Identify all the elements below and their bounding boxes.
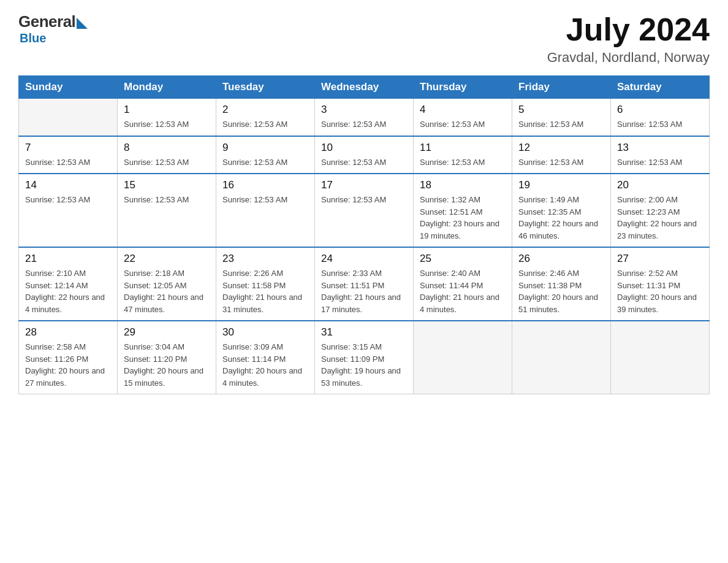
calendar-day-cell: 29Sunrise: 3:04 AMSunset: 11:20 PMDaylig… xyxy=(118,321,216,394)
day-number: 5 xyxy=(518,104,604,116)
day-number: 21 xyxy=(25,253,111,265)
calendar-day-cell: 21Sunrise: 2:10 AMSunset: 12:14 AMDaylig… xyxy=(19,247,118,321)
day-number: 13 xyxy=(617,142,703,154)
page-header: General Blue July 2024 Gravdal, Nordland… xyxy=(18,12,710,66)
day-info: Sunrise: 12:53 AM xyxy=(518,118,604,131)
location-subtitle: Gravdal, Nordland, Norway xyxy=(547,50,710,66)
header-sunday: Sunday xyxy=(19,76,118,99)
calendar-day-cell: 17Sunrise: 12:53 AM xyxy=(315,174,414,247)
calendar-day-cell: 7Sunrise: 12:53 AM xyxy=(19,136,118,174)
calendar-day-cell: 23Sunrise: 2:26 AMSunset: 11:58 PMDaylig… xyxy=(216,247,315,321)
day-info: Sunrise: 12:53 AM xyxy=(420,156,506,169)
day-info: Sunrise: 12:53 AM xyxy=(124,118,210,131)
calendar-day-cell xyxy=(19,99,118,136)
day-number: 31 xyxy=(321,326,407,339)
day-number: 25 xyxy=(420,253,506,265)
header-saturday: Saturday xyxy=(611,76,710,99)
day-info: Sunrise: 2:10 AMSunset: 12:14 AMDaylight… xyxy=(25,267,111,315)
day-number: 22 xyxy=(124,253,210,265)
day-info: Sunrise: 12:53 AM xyxy=(124,194,210,206)
day-info: Sunrise: 12:53 AM xyxy=(518,156,604,169)
calendar-day-cell xyxy=(414,321,512,394)
day-info: Sunrise: 3:04 AMSunset: 11:20 PMDaylight… xyxy=(124,341,210,389)
calendar-day-cell: 18Sunrise: 1:32 AMSunset: 12:51 AMDaylig… xyxy=(414,174,512,247)
day-number: 30 xyxy=(222,326,308,339)
header-monday: Monday xyxy=(118,76,216,99)
calendar-day-cell: 12Sunrise: 12:53 AM xyxy=(512,136,611,174)
day-number: 18 xyxy=(420,179,506,191)
calendar-week-row: 28Sunrise: 2:58 AMSunset: 11:26 PMDaylig… xyxy=(19,321,710,394)
calendar-day-cell: 15Sunrise: 12:53 AM xyxy=(118,174,216,247)
day-number: 19 xyxy=(518,179,604,191)
day-number: 17 xyxy=(321,179,407,191)
calendar-day-cell: 6Sunrise: 12:53 AM xyxy=(611,99,710,136)
day-info: Sunrise: 12:53 AM xyxy=(321,118,407,131)
logo: General Blue xyxy=(18,12,88,45)
day-info: Sunrise: 12:53 AM xyxy=(420,118,506,131)
header-thursday: Thursday xyxy=(414,76,512,99)
day-number: 15 xyxy=(124,179,210,191)
day-number: 11 xyxy=(420,142,506,154)
calendar-week-row: 21Sunrise: 2:10 AMSunset: 12:14 AMDaylig… xyxy=(19,247,710,321)
day-info: Sunrise: 2:46 AMSunset: 11:38 PMDaylight… xyxy=(518,267,604,315)
day-info: Sunrise: 3:09 AMSunset: 11:14 PMDaylight… xyxy=(222,341,308,389)
calendar-day-cell: 19Sunrise: 1:49 AMSunset: 12:35 AMDaylig… xyxy=(512,174,611,247)
title-block: July 2024 Gravdal, Nordland, Norway xyxy=(547,12,710,66)
day-info: Sunrise: 2:58 AMSunset: 11:26 PMDaylight… xyxy=(25,341,111,389)
calendar-day-cell: 3Sunrise: 12:53 AM xyxy=(315,99,414,136)
calendar-week-row: 7Sunrise: 12:53 AM8Sunrise: 12:53 AM9Sun… xyxy=(19,136,710,174)
day-number: 10 xyxy=(321,142,407,154)
day-number: 24 xyxy=(321,253,407,265)
day-info: Sunrise: 12:53 AM xyxy=(25,156,111,169)
day-info: Sunrise: 12:53 AM xyxy=(222,156,308,169)
day-info: Sunrise: 2:26 AMSunset: 11:58 PMDaylight… xyxy=(222,267,308,315)
day-info: Sunrise: 2:52 AMSunset: 11:31 PMDaylight… xyxy=(617,267,703,315)
logo-blue-text: Blue xyxy=(20,31,46,45)
day-info: Sunrise: 12:53 AM xyxy=(25,194,111,206)
calendar-day-cell: 30Sunrise: 3:09 AMSunset: 11:14 PMDaylig… xyxy=(216,321,315,394)
day-info: Sunrise: 3:15 AMSunset: 11:09 PMDaylight… xyxy=(321,341,407,389)
calendar-day-cell: 13Sunrise: 12:53 AM xyxy=(611,136,710,174)
day-info: Sunrise: 12:53 AM xyxy=(617,156,703,169)
logo-triangle-icon xyxy=(77,18,88,29)
calendar-day-cell: 24Sunrise: 2:33 AMSunset: 11:51 PMDaylig… xyxy=(315,247,414,321)
calendar-day-cell: 25Sunrise: 2:40 AMSunset: 11:44 PMDaylig… xyxy=(414,247,512,321)
header-tuesday: Tuesday xyxy=(216,76,315,99)
calendar-day-cell: 4Sunrise: 12:53 AM xyxy=(414,99,512,136)
calendar-day-cell: 2Sunrise: 12:53 AM xyxy=(216,99,315,136)
day-info: Sunrise: 2:18 AMSunset: 12:05 AMDaylight… xyxy=(124,267,210,315)
calendar-day-cell: 16Sunrise: 12:53 AM xyxy=(216,174,315,247)
day-number: 27 xyxy=(617,253,703,265)
calendar-day-cell: 11Sunrise: 12:53 AM xyxy=(414,136,512,174)
calendar-week-row: 1Sunrise: 12:53 AM2Sunrise: 12:53 AM3Sun… xyxy=(19,99,710,136)
calendar-day-cell: 31Sunrise: 3:15 AMSunset: 11:09 PMDaylig… xyxy=(315,321,414,394)
calendar-day-cell: 14Sunrise: 12:53 AM xyxy=(19,174,118,247)
day-info: Sunrise: 1:32 AMSunset: 12:51 AMDaylight… xyxy=(420,194,506,242)
calendar-day-cell: 20Sunrise: 2:00 AMSunset: 12:23 AMDaylig… xyxy=(611,174,710,247)
day-number: 23 xyxy=(222,253,308,265)
calendar-day-cell: 26Sunrise: 2:46 AMSunset: 11:38 PMDaylig… xyxy=(512,247,611,321)
day-number: 7 xyxy=(25,142,111,154)
calendar-day-cell: 1Sunrise: 12:53 AM xyxy=(118,99,216,136)
calendar-day-cell xyxy=(512,321,611,394)
calendar-day-cell: 9Sunrise: 12:53 AM xyxy=(216,136,315,174)
day-info: Sunrise: 2:00 AMSunset: 12:23 AMDaylight… xyxy=(617,194,703,242)
day-number: 16 xyxy=(222,179,308,191)
day-info: Sunrise: 12:53 AM xyxy=(222,194,308,206)
day-number: 9 xyxy=(222,142,308,154)
calendar-day-cell: 27Sunrise: 2:52 AMSunset: 11:31 PMDaylig… xyxy=(611,247,710,321)
day-info: Sunrise: 2:40 AMSunset: 11:44 PMDaylight… xyxy=(420,267,506,315)
header-wednesday: Wednesday xyxy=(315,76,414,99)
header-friday: Friday xyxy=(512,76,611,99)
day-number: 8 xyxy=(124,142,210,154)
day-number: 6 xyxy=(617,104,703,116)
day-number: 28 xyxy=(25,326,111,339)
calendar-day-cell: 22Sunrise: 2:18 AMSunset: 12:05 AMDaylig… xyxy=(118,247,216,321)
calendar-day-cell xyxy=(611,321,710,394)
calendar-week-row: 14Sunrise: 12:53 AM15Sunrise: 12:53 AM16… xyxy=(19,174,710,247)
month-year-title: July 2024 xyxy=(547,12,710,47)
day-number: 4 xyxy=(420,104,506,116)
day-info: Sunrise: 12:53 AM xyxy=(321,156,407,169)
day-number: 3 xyxy=(321,104,407,116)
calendar-day-cell: 5Sunrise: 12:53 AM xyxy=(512,99,611,136)
